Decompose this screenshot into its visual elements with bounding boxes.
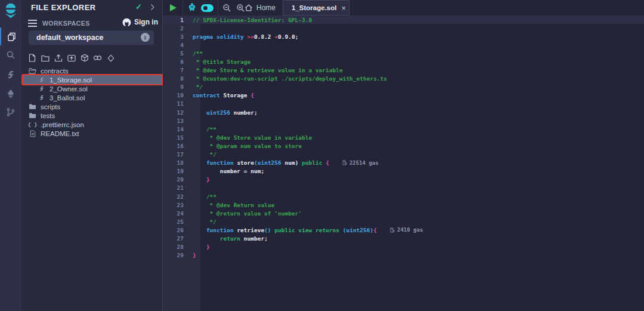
code-line-26[interactable]: 26 function retrieve() public view retur… [163, 226, 644, 234]
code-line-23[interactable]: 23 * @dev Return value [163, 201, 644, 209]
code-line-20[interactable]: 20 } [163, 175, 644, 184]
code-line-19[interactable]: 19 number = num; [163, 167, 644, 175]
code-text: return number; [192, 235, 268, 242]
ai-assistant-icon[interactable] [186, 0, 198, 16]
code-text: uint256 number; [192, 109, 258, 116]
code-line-16[interactable]: 16 * @param num value to store [163, 141, 644, 150]
line-number: 8 [163, 75, 192, 82]
code-text: } [192, 176, 210, 183]
zoom-out-icon[interactable] [221, 0, 233, 16]
code-line-24[interactable]: 24 * @return value of 'number' [163, 209, 644, 217]
line-number: 12 [163, 109, 192, 116]
upload-folder-icon[interactable] [66, 53, 76, 63]
toggle-icon[interactable] [200, 0, 214, 16]
git-icon[interactable] [0, 103, 21, 121]
tree-item-scripts[interactable]: scripts [21, 102, 162, 111]
editor-toolbar: Home 1_Storage.sol × [163, 0, 644, 16]
code-line-29[interactable]: 29} [163, 251, 644, 260]
code-line-2[interactable]: 2 [163, 24, 644, 32]
activity-bar [0, 0, 21, 311]
tree-item-tests[interactable]: tests [21, 111, 162, 120]
line-number: 11 [163, 100, 192, 107]
code-text: * @custom:dev-run-script ./scripts/deplo… [192, 75, 387, 82]
tree-item-label: 1_Storage.sol [49, 76, 92, 84]
code-lines: 1// SPDX-License-Identifier: GPL-3.023pr… [163, 16, 644, 260]
code-line-28[interactable]: 28 } [163, 243, 644, 251]
sign-in-button[interactable]: Sign in [122, 18, 158, 26]
line-number: 23 [163, 202, 192, 208]
deploy-and-run-icon[interactable] [0, 85, 21, 103]
new-folder-icon[interactable] [40, 53, 50, 63]
code-text: /** [192, 193, 216, 200]
code-line-21[interactable]: 21 [163, 184, 644, 192]
code-line-3[interactable]: 3pragma solidity >=0.8.2 <0.9.0; [163, 32, 644, 41]
code-line-5[interactable]: 5/** [163, 49, 644, 57]
code-text: * @param num value to store [192, 143, 302, 149]
tree-item-.prettierrc.json[interactable]: { }.prettierrc.json [21, 120, 162, 129]
line-number: 29 [163, 252, 192, 258]
tree-item-contracts[interactable]: contracts [21, 66, 162, 75]
tab-1-storage-sol[interactable]: 1_Storage.sol × [283, 0, 349, 16]
code-line-9[interactable]: 9 */ [163, 83, 644, 91]
tree-item-1_Storage.sol[interactable]: 1_Storage.sol [21, 75, 162, 84]
code-text: } [192, 252, 196, 258]
file-explorer-icon[interactable] [0, 27, 21, 45]
code-line-1[interactable]: 1// SPDX-License-Identifier: GPL-3.0 [163, 16, 644, 24]
line-number: 15 [163, 134, 192, 141]
gas-estimate-badge: 22514 gas [342, 160, 379, 166]
remix-logo[interactable] [2, 2, 20, 20]
file-text-icon [29, 130, 36, 137]
tree-item-3_Ballot.sol[interactable]: 3_Ballot.sol [21, 93, 162, 102]
code-text: number = num; [192, 168, 264, 174]
code-line-4[interactable]: 4 [163, 41, 644, 49]
workspaces-menu-icon[interactable] [28, 20, 37, 27]
toolbar-divider [182, 0, 183, 16]
code-text: /** [192, 126, 216, 133]
code-text: */ [192, 151, 216, 158]
code-line-25[interactable]: 25 */ [163, 217, 644, 226]
code-line-27[interactable]: 27 return number; [163, 234, 644, 242]
code-line-10[interactable]: 10contract Storage { [163, 91, 644, 100]
code-line-18[interactable]: 18 function store(uint256 num) public {2… [163, 159, 644, 167]
remix-ide-window: FILE EXPLORER ✓ WORKSPACES Sign in defau… [0, 0, 644, 311]
folder-icon [29, 103, 36, 110]
workspace-select[interactable]: default_workspace ▲▼ [29, 30, 154, 45]
code-line-12[interactable]: 12 uint256 number; [163, 108, 644, 116]
solidity-import-icon[interactable] [106, 53, 116, 63]
panel-title: FILE EXPLORER [31, 3, 96, 12]
solidity-compiler-icon[interactable] [0, 66, 21, 84]
code-line-14[interactable]: 14 /** [163, 125, 644, 133]
line-number: 19 [163, 168, 192, 174]
chevron-right-icon[interactable] [150, 4, 155, 11]
accept-check-icon[interactable]: ✓ [135, 2, 142, 11]
line-number: 20 [163, 176, 192, 183]
ipfs-import-icon[interactable] [79, 53, 89, 63]
link-import-icon[interactable] [92, 53, 103, 63]
tree-item-2_Owner.sol[interactable]: 2_Owner.sol [21, 84, 162, 93]
folder-icon [29, 112, 36, 119]
code-text: * @title Storage [192, 58, 250, 65]
tab-label: 1_Storage.sol [292, 4, 336, 11]
code-line-8[interactable]: 8 * @custom:dev-run-script ./scripts/dep… [163, 75, 644, 83]
code-line-22[interactable]: 22 /** [163, 192, 644, 201]
code-line-6[interactable]: 6 * @title Storage [163, 57, 644, 66]
folder-open-icon [29, 67, 36, 74]
line-number: 9 [163, 84, 192, 90]
run-script-icon[interactable] [168, 0, 178, 16]
line-number: 13 [163, 118, 192, 124]
line-number: 1 [163, 17, 192, 23]
home-button[interactable]: Home [244, 0, 275, 16]
code-line-15[interactable]: 15 * @dev Store value in variable [163, 133, 644, 141]
upload-file-icon[interactable] [53, 53, 63, 63]
search-icon[interactable] [0, 46, 21, 64]
code-text: * @dev Store & retrieve value in a varia… [192, 67, 343, 73]
code-line-11[interactable]: 11 [163, 100, 644, 108]
line-number: 17 [163, 151, 192, 158]
new-file-icon[interactable] [27, 53, 37, 63]
code-editor[interactable]: 1// SPDX-License-Identifier: GPL-3.023pr… [163, 16, 644, 311]
code-line-17[interactable]: 17 */ [163, 150, 644, 159]
tree-item-README.txt[interactable]: README.txt [21, 129, 162, 138]
code-line-7[interactable]: 7 * @dev Store & retrieve value in a var… [163, 66, 644, 75]
tab-close-icon[interactable]: × [341, 4, 346, 12]
code-line-13[interactable]: 13 [163, 116, 644, 125]
